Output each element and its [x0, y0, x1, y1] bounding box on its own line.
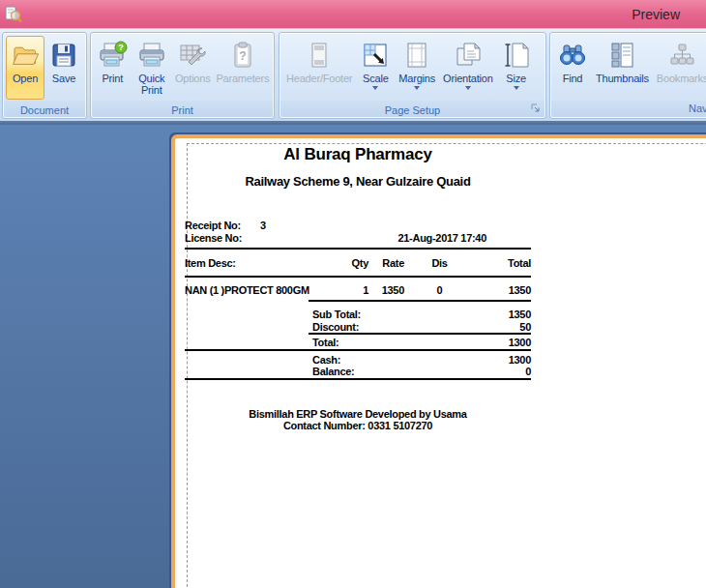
orientation-button[interactable]: Orientation — [439, 36, 497, 100]
total-value: 1300 — [185, 337, 531, 348]
options-icon — [177, 40, 208, 71]
ribbon-group-navigation: Find Thumbnails — [549, 32, 706, 119]
bookmarks-icon — [666, 40, 697, 71]
preview-area: Al Buraq Pharmacy Railway Scheme 9, Near… — [0, 125, 706, 588]
receipt-title: Al Buraq Pharmacy — [185, 145, 531, 164]
receipt-datetime: 21-Aug-2017 17:40 — [397, 232, 486, 244]
size-button-label: Size — [506, 73, 526, 84]
header-footer-icon — [304, 40, 335, 71]
thumbnails-icon — [606, 40, 637, 71]
find-button[interactable]: Find — [553, 36, 592, 100]
chevron-down-icon — [514, 86, 519, 90]
column-header-qty: Qty — [185, 257, 368, 269]
svg-text:?: ? — [119, 43, 125, 52]
group-label-navigation: Navigation — [689, 101, 706, 117]
ribbon-group-document: Open Save Document — [2, 32, 87, 119]
report-page[interactable]: Al Buraq Pharmacy Railway Scheme 9, Near… — [171, 134, 706, 588]
bookmarks-button[interactable]: Bookmarks — [653, 36, 706, 100]
size-button[interactable]: Size — [497, 36, 536, 100]
orientation-button-label: Orientation — [443, 73, 493, 84]
divider — [309, 300, 531, 302]
ribbon-group-page-setup: Header/Footer Scale — [279, 32, 546, 119]
print-button-label: Print — [102, 73, 123, 84]
parameters-icon: ? — [227, 40, 258, 71]
scale-button[interactable]: Scale — [356, 36, 395, 100]
divider — [185, 378, 531, 380]
receipt-no-value: 3 — [260, 220, 266, 231]
thumbnails-button[interactable]: Thumbnails — [592, 36, 653, 100]
balance-value: 0 — [185, 366, 531, 377]
license-no-label: License No: — [185, 232, 242, 244]
window-titlebar: Preview — [0, 0, 706, 29]
parameters-button-label: Parameters — [216, 73, 269, 84]
item-rate: 1350 — [368, 284, 404, 296]
discount-value: 50 — [185, 321, 531, 333]
group-caption-document: Document — [4, 101, 85, 117]
quick-print-button[interactable]: Quick Print — [132, 36, 172, 100]
item-total: 1350 — [448, 284, 531, 296]
divider — [185, 248, 531, 250]
chevron-down-icon — [465, 86, 471, 90]
scale-button-label: Scale — [363, 73, 389, 84]
margins-button[interactable]: Margins — [395, 36, 439, 100]
thumbnails-button-label: Thumbnails — [596, 73, 649, 84]
dialog-launcher-icon[interactable] — [530, 103, 542, 114]
group-label-print: Print — [171, 104, 193, 116]
find-button-label: Find — [563, 73, 583, 84]
group-caption-navigation: Navigation — [551, 101, 706, 117]
ribbon: Open Save Document — [0, 29, 706, 123]
print-button[interactable]: ? Print — [94, 36, 132, 100]
receipt-address: Railway Scheme 9, Near Gulzaire Quaid — [185, 174, 531, 189]
quick-print-button-label: Quick Print — [134, 73, 169, 96]
header-footer-button[interactable]: Header/Footer — [282, 36, 356, 100]
receipt-document: Al Buraq Pharmacy Railway Scheme 9, Near… — [185, 138, 531, 588]
table-header-row: Item Desc: Qty Rate Dis Total — [185, 257, 531, 270]
svg-text:?: ? — [239, 49, 246, 63]
item-qty: 1 — [185, 284, 368, 296]
chevron-down-icon — [372, 86, 378, 90]
receipt-footer-line2: Contact Number: 0331 5107270 — [185, 420, 531, 431]
open-folder-icon — [10, 40, 41, 71]
cash-value: 1300 — [185, 354, 531, 366]
quick-print-icon — [136, 40, 167, 71]
options-button[interactable]: Options — [172, 36, 214, 100]
table-row: NAN (1 )PROTECT 800GM 1 1350 0 1350 — [185, 284, 531, 297]
receipt-no-label: Receipt No: — [185, 220, 241, 231]
bookmarks-button-label: Bookmarks — [657, 73, 706, 84]
receipt-footer-line1: Bismillah ERP Software Developed by Usam… — [185, 408, 531, 420]
margins-button-label: Margins — [398, 73, 435, 84]
open-button[interactable]: Open — [6, 36, 44, 100]
save-button[interactable]: Save — [44, 36, 83, 100]
preview-window-icon — [4, 5, 23, 24]
parameters-button[interactable]: ? Parameters — [214, 36, 272, 100]
divider — [185, 349, 531, 351]
license-no-row: License No: 21-Aug-2017 17:40 — [185, 232, 531, 245]
ribbon-group-print: ? Print Quick Print — [90, 32, 275, 119]
chevron-down-icon — [414, 86, 420, 90]
subtotal-row: Sub Total: 1350 — [185, 309, 531, 321]
save-icon — [48, 40, 79, 71]
print-icon: ? — [97, 40, 128, 71]
divider — [185, 276, 531, 278]
margins-icon — [401, 40, 432, 71]
group-label-page-setup: Page Setup — [385, 104, 441, 116]
group-label-document: Document — [20, 104, 69, 116]
header-footer-button-label: Header/Footer — [286, 73, 352, 84]
total-row: Total: 1300 — [185, 337, 531, 349]
group-caption-print: Print — [92, 101, 273, 117]
open-button-label: Open — [13, 73, 38, 84]
column-header-rate: Rate — [368, 257, 404, 269]
receipt-no-row: Receipt No: 3 — [185, 220, 531, 232]
divider — [309, 333, 531, 335]
group-caption-page-setup: Page Setup — [280, 101, 544, 117]
subtotal-value: 1350 — [185, 309, 531, 320]
options-button-label: Options — [175, 73, 211, 84]
size-icon — [501, 40, 532, 71]
window-title: Preview — [632, 7, 680, 22]
scale-icon — [360, 40, 391, 71]
find-icon — [557, 40, 588, 71]
save-button-label: Save — [52, 73, 75, 84]
column-header-total: Total — [448, 257, 531, 269]
balance-row: Balance: 0 — [185, 366, 531, 378]
orientation-icon — [453, 40, 484, 71]
